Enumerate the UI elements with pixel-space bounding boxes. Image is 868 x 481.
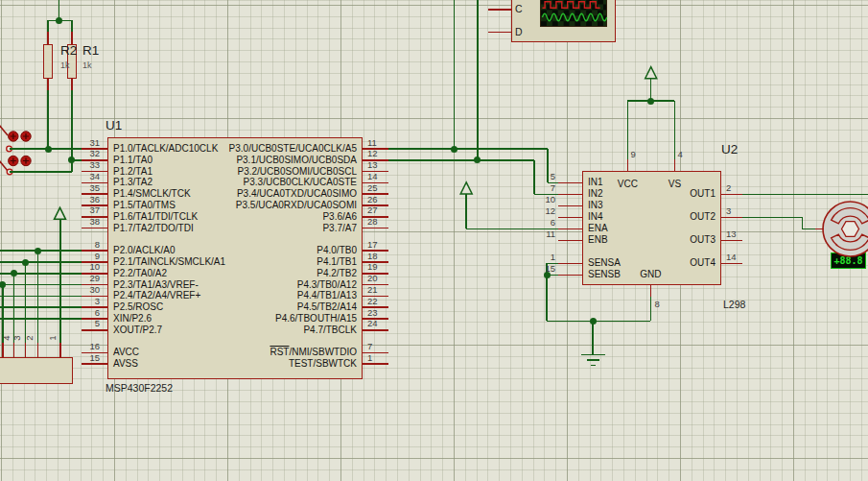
pin-name: GND xyxy=(631,269,669,279)
pin-name: OUT3 xyxy=(619,234,716,245)
pin-number: 22 xyxy=(367,297,378,306)
wire xyxy=(592,321,594,354)
dc-motor[interactable] xyxy=(823,202,868,256)
pin-name: P1.2/TA1 xyxy=(113,166,152,177)
pin-name: OUT2 xyxy=(619,211,716,222)
pin-stub xyxy=(558,263,582,265)
pin-stub xyxy=(488,9,511,11)
pin-number: 35 xyxy=(75,183,100,193)
pin-number: 7 xyxy=(531,183,555,193)
pin-number: 4 xyxy=(2,332,12,344)
wire xyxy=(47,20,49,32)
pin-number: 1 xyxy=(48,332,58,344)
pin-name: P2.5/ROSC xyxy=(113,301,163,312)
pin-stub xyxy=(363,363,388,365)
pin-name: P3.5/UCA0RXD/UCA0SOMI xyxy=(191,200,357,210)
wire xyxy=(59,220,61,343)
pin-name: P1.3/TA2 xyxy=(113,177,152,187)
pin-name: AVCC xyxy=(113,347,139,357)
pin-stub xyxy=(82,228,107,229)
pin-number: 13 xyxy=(367,160,378,170)
schematic-canvas: C D R2 R1 1k 1k U1 MSP430F2252 U2 L298 +… xyxy=(0,0,868,481)
pin-number: 1 xyxy=(531,253,555,262)
pin-stub xyxy=(558,217,582,219)
pin-number: 31 xyxy=(75,138,100,148)
pin-number: 13 xyxy=(726,229,737,239)
pin-stub xyxy=(363,329,388,331)
pin-name: VCC xyxy=(608,179,646,189)
junction-dot xyxy=(22,259,29,266)
wire xyxy=(0,306,82,308)
pin-stub xyxy=(488,32,511,34)
pin-name: P2.2/TA0/A2 xyxy=(113,268,167,278)
junction-dot xyxy=(35,248,41,254)
pin-number: 14 xyxy=(726,253,737,262)
wire xyxy=(0,284,82,286)
pin-number: 36 xyxy=(75,195,100,204)
pin-stub xyxy=(721,194,742,196)
wire xyxy=(802,228,815,230)
wire xyxy=(0,296,82,298)
pin-name: RST/NMI/SBWTDIO xyxy=(191,347,357,357)
pin-stub xyxy=(82,329,107,331)
wire xyxy=(10,171,72,173)
pin-name: P2.3/TA1/A3/VREF- xyxy=(113,279,199,290)
pin-number: 5 xyxy=(531,172,555,181)
pin-stub xyxy=(363,228,388,229)
pin-name: P4.2/TB2 xyxy=(191,268,357,278)
pin-name: P3.2/UCB0SOMI/UCB0SCL xyxy=(191,166,357,177)
wire xyxy=(25,262,27,343)
wire xyxy=(0,318,82,320)
pin-name: ENA xyxy=(588,223,608,233)
wire xyxy=(742,217,803,219)
pin-name: XIN/P2.6 xyxy=(113,313,152,324)
pin-name: P4.4/TB1/A13 xyxy=(191,290,357,301)
pin-name: P1.5/TA0/TMS xyxy=(113,200,176,210)
pin-name: P4.5/TB2/A14 xyxy=(191,301,357,312)
pin-stub xyxy=(674,159,676,171)
pin-name: ENB xyxy=(588,234,608,245)
pin-name: P4.7/TBCLK xyxy=(191,325,357,335)
pin-name: AVSS xyxy=(113,358,138,369)
pin-name: SENSA xyxy=(588,257,621,268)
pin-stub xyxy=(71,32,73,44)
pin-number: 8 xyxy=(654,300,659,309)
pin-name: IN1 xyxy=(588,177,603,187)
pin-number: 26 xyxy=(367,195,378,204)
wire xyxy=(37,251,39,343)
pin-name: TEST/SBWTCK xyxy=(191,358,357,369)
pin-number: 23 xyxy=(367,308,378,318)
pin-number: 9 xyxy=(75,252,100,261)
pin-name: OUT1 xyxy=(619,188,716,199)
pin-number: 2 xyxy=(726,183,731,193)
wire xyxy=(47,90,49,149)
pin-name: XOUT/P2.7 xyxy=(113,325,162,335)
pin-name: P3.1/UCB0SIMO/UCB0SDA xyxy=(191,155,357,165)
pin-name: IN3 xyxy=(588,200,603,210)
pin-number: 10 xyxy=(531,195,555,204)
pin-number: 19 xyxy=(367,262,378,272)
pin-name: P3.7/A7 xyxy=(191,223,357,233)
wire xyxy=(454,0,456,149)
pin-stub xyxy=(47,79,49,91)
pin-name: SENSB xyxy=(588,269,621,279)
pin-number: 9 xyxy=(630,150,635,159)
pin-number: 3 xyxy=(726,206,731,216)
pin-number: 6 xyxy=(75,308,100,318)
pin-number: 17 xyxy=(367,240,378,250)
pin-name: VS xyxy=(655,179,693,189)
wire xyxy=(547,321,650,323)
junction-dot xyxy=(590,318,597,325)
pin-number: 1 xyxy=(367,353,372,363)
pin-stub xyxy=(13,343,15,357)
pin-number: 24 xyxy=(367,319,378,328)
pin-number: 3 xyxy=(75,297,100,306)
pin-stub xyxy=(558,228,582,230)
wire xyxy=(802,217,804,228)
pin-name: P1.6/TA1/TDI/TCLK xyxy=(113,211,198,222)
pin-name: IN2 xyxy=(588,188,603,199)
pin-stub xyxy=(2,343,4,357)
pin-number: 33 xyxy=(75,160,100,170)
wire xyxy=(650,297,652,321)
wire xyxy=(742,194,868,196)
